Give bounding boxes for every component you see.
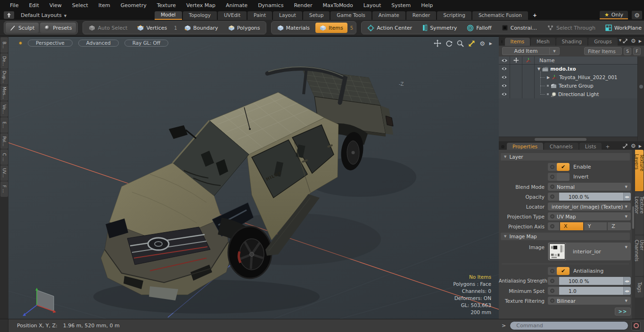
tab-groups[interactable]: Groups	[588, 38, 617, 46]
viewport-more-icon[interactable]: ▶	[489, 41, 492, 46]
left-tab-edge[interactable]: E...	[0, 117, 8, 133]
menu-system[interactable]: System	[386, 2, 416, 8]
channel-toggle-icon[interactable]	[550, 175, 554, 179]
tab-items[interactable]: Items	[505, 38, 530, 46]
panel-menu-dot[interactable]	[501, 145, 504, 148]
left-tab-deform[interactable]: De...	[0, 53, 8, 69]
action-center-button[interactable]: Action Center	[363, 23, 416, 33]
projection-type-dropdown[interactable]: UV Map ▼	[548, 212, 631, 220]
left-tab-falloff[interactable]: F ...	[0, 181, 8, 197]
channel-toggle-icon[interactable]	[550, 165, 554, 169]
tab-setup[interactable]: Setup	[303, 11, 330, 20]
tab-layout[interactable]: Layout	[273, 11, 302, 20]
visibility-eye-icon[interactable]	[499, 81, 510, 90]
favorites-only-toggle[interactable]: ★ Only	[600, 11, 628, 19]
axis-column-header[interactable]	[522, 57, 535, 64]
channel-toggle-icon[interactable]	[550, 185, 554, 189]
filters-button[interactable]: F	[633, 48, 641, 55]
channel-toggle-icon[interactable]	[550, 279, 554, 283]
spinner-arrows-icon[interactable]: ◀▶	[623, 193, 631, 201]
menu-texture[interactable]: Texture	[152, 2, 181, 8]
visibility-eye-icon[interactable]	[499, 90, 510, 98]
spinner-arrows-icon[interactable]: ◀▶	[623, 277, 631, 285]
constraints-button[interactable]: Constrai...	[497, 23, 541, 33]
menu-view[interactable]: View	[44, 2, 67, 8]
antialiasing-toggle[interactable]: ✔	[548, 267, 570, 275]
menu-render[interactable]: Render	[289, 2, 317, 8]
channel-toggle-icon[interactable]	[550, 214, 554, 219]
tree-row-scene[interactable]: ▼ modo.lxo	[499, 65, 637, 73]
channel-toggle-icon[interactable]	[550, 299, 554, 303]
menu-edit[interactable]: Edit	[24, 2, 44, 8]
name-column-header[interactable]: Name	[535, 57, 637, 64]
side-tab-texture-locator[interactable]: Texture Locator	[635, 192, 644, 235]
default-layouts-selector[interactable]: Default Layouts	[21, 12, 62, 18]
blend-mode-dropdown[interactable]: Normal ▼	[548, 183, 631, 191]
channel-toggle-icon[interactable]	[550, 289, 554, 293]
tree-vscrollbar[interactable]	[637, 57, 644, 141]
menu-animate[interactable]: Animate	[221, 2, 253, 8]
orbit-icon[interactable]	[446, 40, 453, 47]
menu-geometry[interactable]: Geometry	[116, 2, 152, 8]
tab-uvedit[interactable]: UVEdit	[218, 11, 247, 20]
spinner-arrows-icon[interactable]: ◀▶	[623, 287, 631, 295]
layer-section-header[interactable]: ▼ Layer	[501, 153, 630, 161]
symmetry-button[interactable]: Symmetry	[418, 23, 461, 33]
tab-game-tools[interactable]: Game Tools	[330, 11, 371, 20]
visibility-eye-icon[interactable]	[499, 73, 510, 81]
visibility-column-header[interactable]	[499, 57, 510, 64]
left-tab-polygon[interactable]: Pol...	[0, 133, 8, 149]
viewport-gear-icon[interactable]: ⚙	[479, 40, 485, 47]
vertices-mode-button[interactable]: Vertices	[133, 23, 171, 33]
left-tab-basic[interactable]: B...	[0, 37, 8, 53]
macro-record-button[interactable]	[631, 321, 641, 331]
texture-filtering-dropdown[interactable]: Bilinear ▼	[548, 297, 631, 305]
expand-panel-icon[interactable]	[623, 39, 628, 44]
command-input[interactable]	[510, 321, 628, 330]
enable-checkbox[interactable]: ✔	[557, 163, 570, 171]
left-tab-mesh[interactable]: Mes...	[0, 85, 8, 101]
tab-topology[interactable]: Topology	[183, 11, 217, 20]
properties-more-icon[interactable]: ▶	[639, 144, 642, 148]
side-tab-tags[interactable]: Tags	[635, 277, 644, 298]
tab-shading[interactable]: Shading	[556, 38, 588, 46]
channel-toggle-icon[interactable]	[550, 194, 554, 199]
locator-column-header[interactable]	[510, 57, 522, 64]
raygl-button[interactable]: Ray GL: Off	[124, 40, 168, 47]
scopes-button[interactable]: S	[624, 48, 631, 55]
3d-viewport[interactable]: HILUX -Z Perspective Advanced Ray GL: Of…	[8, 36, 499, 319]
camera-mode-button[interactable]: Perspective	[28, 40, 73, 47]
invert-checkbox[interactable]	[557, 173, 570, 181]
left-tab-duplicate[interactable]: Dup...	[0, 69, 8, 85]
locator-dropdown[interactable]: interior_ior (Image) (Texture) ▼	[548, 202, 631, 211]
filter-items-input[interactable]	[584, 47, 622, 55]
opacity-slider[interactable]: 100.0 % ◀▶	[548, 193, 631, 201]
menu-item[interactable]: Item	[93, 2, 116, 8]
shading-mode-button[interactable]: Advanced	[78, 40, 119, 47]
menu-vertex-map[interactable]: Vertex Map	[181, 2, 221, 8]
more-properties-button[interactable]: >>	[615, 308, 631, 316]
tree-collapse-icon[interactable]: ▼	[537, 67, 540, 71]
workplane-button[interactable]: WorkPlane	[601, 23, 644, 33]
visibility-eye-icon[interactable]	[499, 65, 510, 73]
expand-panel-icon[interactable]	[623, 144, 628, 149]
polygons-mode-button[interactable]: Polygons	[224, 23, 264, 33]
viewport-menu-dot[interactable]	[19, 41, 22, 45]
add-item-caret-button[interactable]: ▼	[549, 47, 560, 55]
items-mode-button[interactable]: Items	[315, 23, 347, 33]
tab-mesh-ops[interactable]: Mesh ...	[531, 38, 555, 46]
layout-settings-button[interactable]: ⚙	[632, 11, 642, 19]
menu-select[interactable]: Select	[67, 2, 93, 8]
menu-maxtomodo[interactable]: MaxToModo	[318, 2, 358, 8]
menu-dynamics[interactable]: Dynamics	[253, 2, 289, 8]
menu-file[interactable]: File	[5, 2, 24, 8]
properties-gear-icon[interactable]: ⚙	[631, 143, 636, 149]
materials-mode-button[interactable]: Materials	[273, 23, 314, 33]
minimum-spot-slider[interactable]: 1.0 ◀▶	[548, 287, 631, 295]
left-tab-curves[interactable]: C ...	[0, 149, 8, 165]
tab-overflow-caret-icon[interactable]: ▼	[619, 39, 621, 42]
tab-scripting[interactable]: Scripting	[437, 11, 471, 20]
presets-button[interactable]: Presets	[40, 23, 76, 33]
tree-expand-icon[interactable]: ▶	[547, 75, 550, 80]
tab-schematic-fusion[interactable]: Schematic Fusion	[472, 11, 528, 20]
